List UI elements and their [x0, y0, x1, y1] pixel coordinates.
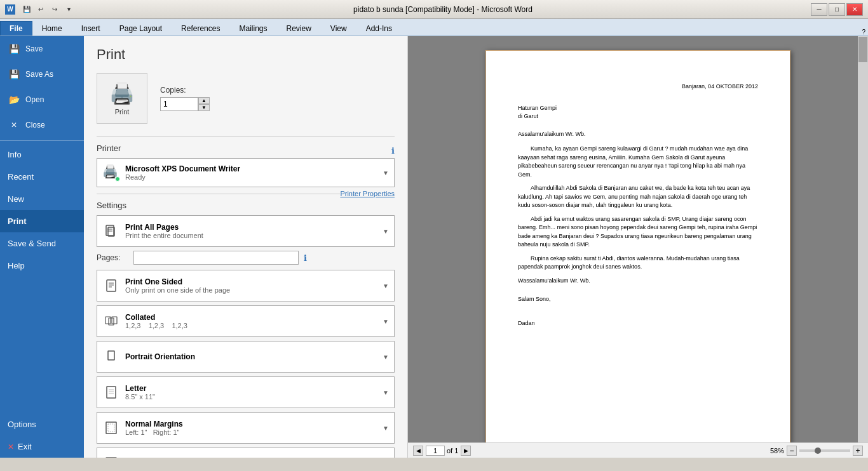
- ribbon: File Home Insert Page Layout References …: [0, 19, 868, 36]
- print-pages-dropdown[interactable]: Print All Pages Print the entire documen…: [97, 215, 395, 247]
- main-layout: 💾 Save 💾 Save As 📂 Open ✕ Close Info Rec…: [0, 36, 868, 458]
- pages-input[interactable]: [133, 251, 299, 265]
- paper-size-main: Letter: [125, 384, 389, 393]
- copies-down-btn[interactable]: ▼: [198, 104, 210, 111]
- sidebar-item-exit[interactable]: ✕Exit: [0, 435, 84, 458]
- save-quick-btn[interactable]: 💾: [20, 3, 33, 16]
- sidebar-item-print[interactable]: Print: [0, 210, 84, 232]
- preview-bottom-nav: ◀ of 1 ▶ 58% − +: [408, 442, 868, 458]
- sidebar-open-label: Open: [25, 95, 44, 104]
- printer-properties-link[interactable]: Printer Properties: [340, 190, 395, 197]
- zoom-slider[interactable]: [799, 449, 850, 452]
- scrollbar-thumb: [858, 37, 867, 62]
- sidebar-item-info[interactable]: Info: [0, 143, 84, 166]
- svg-rect-17: [108, 424, 114, 432]
- tab-addins[interactable]: Add-Ins: [356, 21, 402, 36]
- sidebar-save-as-label: Save As: [25, 70, 53, 79]
- doc-salutation: Assalamu'alaikum Wr. Wb.: [518, 130, 758, 139]
- sidebar-item-close[interactable]: ✕ Close: [0, 112, 84, 138]
- sidebar-item-help[interactable]: Help: [0, 255, 84, 277]
- sidebar-item-save-as[interactable]: 💾 Save As: [0, 62, 84, 87]
- collated-main: Collated: [125, 313, 389, 322]
- ribbon-help-btn[interactable]: ?: [862, 29, 865, 36]
- preview-area: Banjaran, 04 OKTOBER 2012 Haturan Gempi …: [408, 36, 868, 458]
- tab-mailings[interactable]: Mailings: [229, 21, 276, 36]
- print-controls: 🖨️ Print Copies: ▲ ▼: [97, 73, 395, 124]
- page-number-input[interactable]: [426, 446, 445, 456]
- tab-view[interactable]: View: [321, 21, 356, 36]
- print-pages-text: Print All Pages Print the entire documen…: [125, 223, 389, 239]
- pages-per-sheet-dropdown[interactable]: 1 Page Per Sheet ▼: [97, 448, 395, 458]
- zoom-out-btn[interactable]: −: [787, 446, 797, 456]
- orientation-arrow: ▼: [383, 354, 389, 361]
- undo-btn[interactable]: ↩: [34, 3, 47, 16]
- tab-file[interactable]: File: [0, 21, 32, 36]
- pages-label: Pages:: [97, 253, 128, 262]
- sidebar-item-save-send[interactable]: Save & Send: [0, 232, 84, 255]
- next-page-btn[interactable]: ▶: [461, 446, 471, 456]
- printer-info-icon[interactable]: ℹ: [391, 146, 395, 156]
- zoom-percentage: 58%: [770, 447, 784, 454]
- orientation-text: Portrait Orientation: [125, 352, 389, 361]
- sidebar-item-new[interactable]: New: [0, 188, 84, 210]
- copies-up-btn[interactable]: ▲: [198, 97, 210, 104]
- tab-references[interactable]: References: [172, 21, 229, 36]
- svg-rect-11: [108, 351, 114, 360]
- preview-scrollbar[interactable]: [858, 36, 868, 442]
- pages-info-icon[interactable]: ℹ: [304, 253, 307, 263]
- save-icon: 💾: [8, 43, 20, 55]
- paper-size-arrow: ▼: [383, 389, 389, 396]
- print-pages-icon: [102, 222, 120, 240]
- printer-selector[interactable]: 🖨️ Microsoft XPS Document Writer Ready ▼: [97, 158, 395, 187]
- sidebar-item-save[interactable]: 💾 Save: [0, 36, 84, 62]
- ribbon-tabs: File Home Insert Page Layout References …: [0, 19, 868, 36]
- sidebar-item-recent[interactable]: Recent: [0, 166, 84, 188]
- orientation-dropdown[interactable]: Portrait Orientation ▼: [97, 341, 395, 373]
- page-indicator: of 1: [426, 446, 458, 456]
- exit-icon: ✕: [8, 442, 14, 451]
- print-button[interactable]: 🖨️ Print: [97, 73, 147, 124]
- one-sided-icon: [102, 277, 120, 295]
- redo-btn[interactable]: ↪: [48, 3, 61, 16]
- margins-dropdown[interactable]: Normal Margins Left: 1" Right: 1" ▼: [97, 412, 395, 444]
- page-navigation: ◀ of 1 ▶: [413, 446, 471, 456]
- zoom-in-btn[interactable]: +: [853, 446, 863, 456]
- orientation-icon: [102, 348, 120, 366]
- printer-section-header: Printer ℹ: [97, 143, 395, 158]
- sidebar-save-label: Save: [25, 44, 43, 53]
- print-button-icon: 🖨️: [109, 81, 135, 105]
- app-icon: W: [5, 4, 15, 15]
- minimize-button[interactable]: ─: [811, 3, 827, 16]
- doc-recipient-name: Haturan Gempi di Garut: [518, 104, 758, 121]
- tab-page-layout[interactable]: Page Layout: [110, 21, 172, 36]
- margins-arrow: ▼: [383, 425, 389, 432]
- close-button[interactable]: ✕: [846, 3, 863, 16]
- title-bar-left: W 💾 ↩ ↪ ▾: [5, 3, 75, 16]
- copies-input[interactable]: [160, 97, 198, 111]
- printer-dropdown-arrow: ▼: [383, 169, 389, 176]
- paper-size-icon: [102, 383, 120, 401]
- collated-dropdown[interactable]: Collated 1,2,3 1,2,3 1,2,3 ▼: [97, 305, 395, 337]
- one-sided-dropdown[interactable]: Print One Sided Only print on one side o…: [97, 270, 395, 302]
- tab-home[interactable]: Home: [32, 21, 72, 36]
- doc-paragraph-1: Kumaha, ka ayaan Gempi sareng kulawargi …: [518, 145, 758, 179]
- printer-section-title: Printer: [97, 143, 121, 153]
- tab-review[interactable]: Review: [276, 21, 320, 36]
- copies-spinner: ▲ ▼: [198, 97, 210, 111]
- maximize-button[interactable]: □: [829, 3, 845, 16]
- printer-info: Microsoft XPS Document Writer Ready: [125, 164, 383, 181]
- open-icon: 📂: [8, 93, 20, 106]
- sidebar-close-label: Close: [25, 121, 45, 129]
- copies-section: Copies: ▲ ▼: [160, 86, 210, 111]
- sidebar-item-options[interactable]: Options: [0, 413, 84, 435]
- doc-date: Banjaran, 04 OKTOBER 2012: [518, 83, 758, 91]
- orientation-main: Portrait Orientation: [125, 352, 389, 361]
- prev-page-btn[interactable]: ◀: [413, 446, 423, 456]
- divider-1: [97, 136, 395, 137]
- tab-insert[interactable]: Insert: [72, 21, 110, 36]
- printer-icon: 🖨️: [102, 164, 120, 182]
- sidebar-item-open[interactable]: 📂 Open: [0, 87, 84, 112]
- paper-size-dropdown[interactable]: Letter 8.5" x 11" ▼: [97, 376, 395, 408]
- paper-size-text: Letter 8.5" x 11": [125, 384, 389, 401]
- customize-btn[interactable]: ▾: [62, 3, 75, 16]
